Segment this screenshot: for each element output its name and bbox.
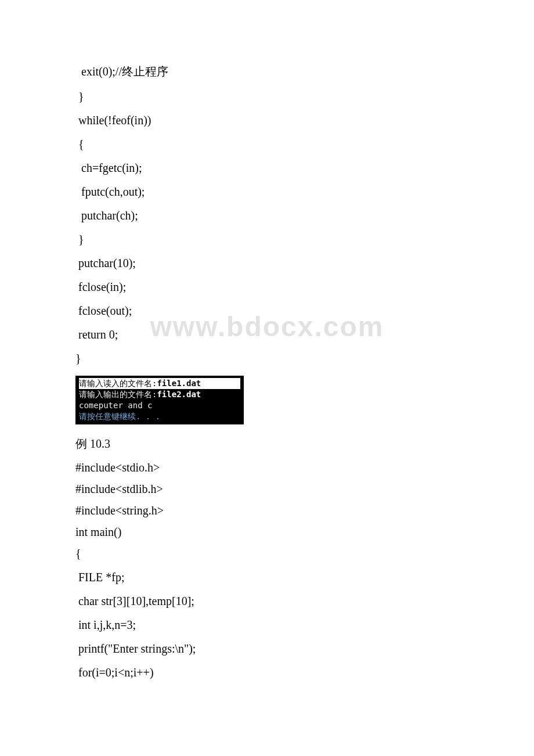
- code-line: char str[3][10],temp[10];: [75, 595, 459, 608]
- console-input-1: file1.dat: [157, 379, 201, 388]
- code-line: for(i=0;i<n;i++): [75, 666, 459, 679]
- code-line: exit(0);//终止程序: [75, 64, 459, 80]
- console-input-2: file2.dat: [157, 390, 201, 399]
- code-line: putchar(ch);: [75, 209, 459, 222]
- code-line: }: [75, 352, 459, 365]
- document-content: exit(0);//终止程序 } while(!feof(in)) { ch=f…: [0, 0, 534, 713]
- code-line: int i,j,k,n=3;: [75, 618, 459, 632]
- console-line-3: comeputer and c: [79, 400, 240, 411]
- console-line-4: 请按任意键继续. . .: [79, 411, 240, 422]
- code-line: #include<stdlib.h>: [75, 483, 459, 496]
- code-line: }: [75, 90, 459, 103]
- example-label: 例 10.3: [75, 436, 459, 452]
- code-block-1: exit(0);//终止程序 } while(!feof(in)) { ch=f…: [75, 64, 459, 365]
- code-line: fclose(in);: [75, 280, 459, 294]
- code-line: printf("Enter strings:\n");: [75, 642, 459, 656]
- code-line: #include<stdio.h>: [75, 461, 459, 474]
- code-line: #include<string.h>: [75, 504, 459, 517]
- console-prompt-2: 请输入输出的文件名:: [79, 390, 157, 399]
- console-line-2: 请输入输出的文件名:file2.dat: [79, 389, 240, 400]
- code-line: int main(): [75, 525, 459, 539]
- code-line: while(!feof(in)): [75, 114, 459, 127]
- code-line: putchar(10);: [75, 257, 459, 270]
- code-line: FILE *fp;: [75, 571, 459, 584]
- code-line: fclose(out);: [75, 304, 459, 318]
- code-line: ch=fgetc(in);: [75, 161, 459, 175]
- code-line: fputc(ch,out);: [75, 185, 459, 199]
- code-line: {: [75, 138, 459, 151]
- console-output: 请输入读入的文件名:file1.dat 请输入输出的文件名:file2.dat …: [75, 376, 244, 424]
- console-prompt-1: 请输入读入的文件名:: [79, 379, 157, 388]
- code-line: {: [75, 547, 459, 560]
- code-line: return 0;: [75, 328, 459, 341]
- console-line-1: 请输入读入的文件名:file1.dat: [79, 378, 240, 389]
- code-line: }: [75, 233, 459, 246]
- code-block-2: #include<stdio.h> #include<stdlib.h> #in…: [75, 461, 459, 679]
